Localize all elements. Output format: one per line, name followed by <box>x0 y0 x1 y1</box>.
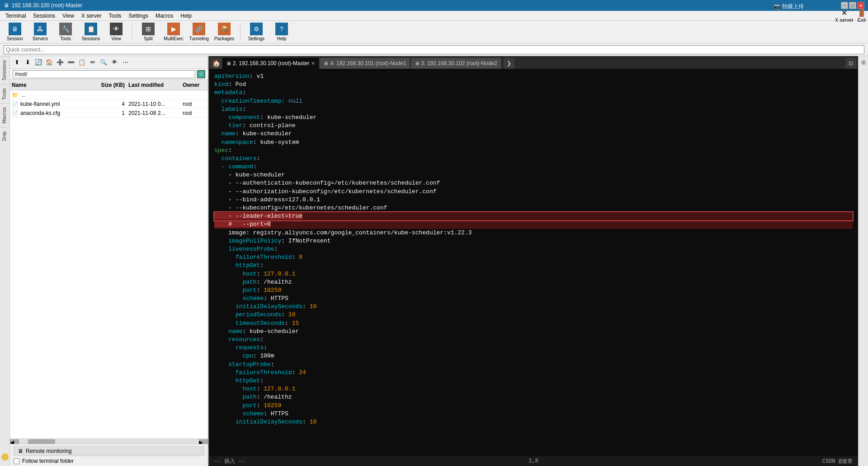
scroll-thumb[interactable] <box>28 439 55 444</box>
side-tab-sessions[interactable]: Sessions <box>0 56 9 84</box>
col-size[interactable]: Size (KB) <box>90 82 127 88</box>
file-up-btn[interactable]: ⬆ <box>12 57 22 67</box>
terminal-line: port: 10259 <box>214 286 853 295</box>
file-refresh-btn[interactable]: 🔄 <box>33 57 43 67</box>
terminal-line: timeoutSeconds: 15 <box>214 319 853 328</box>
menu-xserver[interactable]: X server <box>78 12 105 20</box>
quick-connect-input[interactable] <box>4 45 864 54</box>
file-row-kube-flannel[interactable]: 📄 kube-flannel.yml 4 2021-11-10 0... roo… <box>10 100 208 109</box>
separator-1 <box>132 23 132 41</box>
h-scrollbar[interactable]: ◀ ▶ <box>10 438 208 444</box>
sessions-icon: 📋 <box>85 23 97 35</box>
file-filter-btn[interactable]: 🔍 <box>99 57 108 67</box>
window-title: 192.168.30.100 (root)-Master <box>12 2 82 9</box>
terminal-line: path: /healthz <box>214 393 853 401</box>
toolbar-sessions[interactable]: 📋 Sessions <box>80 22 102 42</box>
title-bar: 🖥 192.168.30.100 (root)-Master 📷 拍摄上传 － … <box>0 0 868 11</box>
close-btn[interactable]: ✕ <box>857 2 864 9</box>
toolbar-packages[interactable]: 📦 Packages <box>213 22 236 42</box>
terminal-line: - kube-scheduler <box>214 171 853 179</box>
home-tab-btn[interactable]: 🏠 <box>211 58 222 69</box>
multiexec-icon: ▶ <box>167 23 180 35</box>
toolbar-help[interactable]: ? Help <box>270 22 293 42</box>
terminal-content[interactable]: apiVersion: v1kind: Podmetadata: creatio… <box>209 69 858 456</box>
path-bar: ✓ <box>10 69 208 80</box>
terminal-line: metadata: <box>214 89 853 97</box>
file-rename-btn[interactable]: ✏ <box>88 57 98 67</box>
col-name[interactable]: Name <box>10 82 90 88</box>
menu-macros[interactable]: Macros <box>152 12 177 20</box>
terminal-line: creationTimestamp: null <box>214 97 853 105</box>
right-panel-btn-1[interactable]: ⊞ <box>859 58 868 67</box>
tab-node2[interactable]: 🖥 3. 192.168.30.102 (root)-Node2 <box>411 58 501 69</box>
terminal-line: - --authentication-kubeconfig=/etc/kuber… <box>214 179 853 187</box>
file-yml-icon: 📄 <box>12 101 19 107</box>
maximize-btn[interactable]: □ <box>849 2 856 9</box>
file-more-btn[interactable]: ⋯ <box>120 57 130 67</box>
remote-monitoring-btn[interactable]: 🖥 Remote monitoring <box>14 446 204 456</box>
menu-settings[interactable]: Settings <box>125 12 152 20</box>
menu-bar: Terminal Sessions View X server Tools Se… <box>0 11 868 21</box>
side-tab-snip[interactable]: Snip <box>0 127 9 145</box>
file-add-btn[interactable]: ➕ <box>55 57 65 67</box>
menu-tools[interactable]: Tools <box>105 12 125 20</box>
file-view-btn[interactable]: 👁 <box>109 57 119 67</box>
file-row-anaconda[interactable]: 📄 anaconda-ks.cfg 1 2021-11-08 2... root <box>10 109 208 118</box>
toolbar-tunneling[interactable]: 🔗 Tunneling <box>188 22 210 42</box>
tab-close-master[interactable]: ✕ <box>311 61 315 67</box>
terminal-line: host: 127.0.0.1 <box>214 270 853 278</box>
file-row-parent[interactable]: 📁 .. <box>10 90 208 100</box>
toolbar-session[interactable]: 🖥 Session <box>4 22 26 42</box>
file-delete-btn[interactable]: ➖ <box>66 57 76 67</box>
file-list-header: Name Size (KB) Last modified Owner <box>10 80 208 90</box>
menu-view[interactable]: View <box>59 12 78 20</box>
help-icon: ? <box>275 23 288 35</box>
window-icon: 🖥 <box>4 2 9 9</box>
menu-sessions[interactable]: Sessions <box>29 12 59 20</box>
side-tab-macros[interactable]: Macros <box>0 103 9 127</box>
toolbar-split[interactable]: ⊞ Split <box>137 22 160 42</box>
scroll-left-btn[interactable]: ◀ <box>10 439 19 444</box>
file-toolbar: ⬆ ⬇ 🔄 🏠 ➕ ➖ 📋 ✏ 🔍 👁 ⋯ <box>10 56 208 69</box>
monitor-icon: 🖥 <box>18 448 23 454</box>
session-icon: 🖥 <box>9 23 21 35</box>
terminal-line: initialDelaySeconds: 10 <box>214 303 853 311</box>
file-home-btn[interactable]: 🏠 <box>44 57 54 67</box>
file-copy-btn[interactable]: 📋 <box>77 57 87 67</box>
terminal-line: periodSeconds: 10 <box>214 311 853 319</box>
xserver-btn[interactable]: ✕ X server <box>835 9 854 23</box>
settings-icon: ⚙ <box>250 23 263 35</box>
toolbar-servers[interactable]: 🖧 Servers <box>29 22 52 42</box>
terminal-line: tier: control-plane <box>214 122 853 130</box>
scroll-right-btn[interactable]: ▶ <box>199 439 208 444</box>
side-tabs: Sessions Tools Macros Snip <box>0 56 10 466</box>
tab-node1[interactable]: 🖥 4. 192.168.30.101 (root)-Node1 <box>320 58 410 69</box>
path-ok-btn[interactable]: ✓ <box>197 70 205 78</box>
toolbar-multiexec[interactable]: ▶ MultiExec <box>162 22 185 42</box>
path-input[interactable] <box>13 70 195 78</box>
upload-icon: 📷 <box>774 3 781 10</box>
main-layout: Sessions Tools Macros Snip ⬆ ⬇ 🔄 🏠 ➕ ➖ 📋… <box>0 56 868 466</box>
terminal-line: port: 10259 <box>214 402 853 410</box>
terminal-line: failureThreshold: 8 <box>214 253 853 262</box>
col-owner[interactable]: Owner <box>181 82 208 88</box>
col-modified[interactable]: Last modified <box>127 82 181 88</box>
follow-terminal-checkbox[interactable] <box>14 458 19 464</box>
terminal-area: 🏠 🖥 2. 192.168.30.100 (root)-Master ✕ 🖥 … <box>209 56 858 466</box>
separator-2 <box>240 23 241 41</box>
toolbar-view[interactable]: 👁 View <box>105 22 127 42</box>
menu-terminal[interactable]: Terminal <box>2 12 29 20</box>
tab-panel-toggle[interactable]: ⊡ <box>845 58 856 69</box>
terminal-line: requests: <box>214 344 853 352</box>
tab-nav-forward[interactable]: ❯ <box>504 58 514 69</box>
file-down-btn[interactable]: ⬇ <box>23 57 33 67</box>
upload-btn[interactable]: 📷 拍摄上传 <box>769 2 809 11</box>
minimize-btn[interactable]: － <box>841 2 848 9</box>
tab-master[interactable]: 🖥 2. 192.168.30.100 (root)-Master ✕ <box>222 58 319 69</box>
terminal-line: apiVersion: v1 <box>214 72 853 81</box>
toolbar-settings[interactable]: ⚙ Settings <box>245 22 268 42</box>
menu-help[interactable]: Help <box>177 12 195 20</box>
side-tab-tools[interactable]: Tools <box>0 84 9 104</box>
exit-btn[interactable]: 🚪 Exit <box>857 9 866 23</box>
toolbar-tools[interactable]: 🔧 Tools <box>54 22 77 42</box>
